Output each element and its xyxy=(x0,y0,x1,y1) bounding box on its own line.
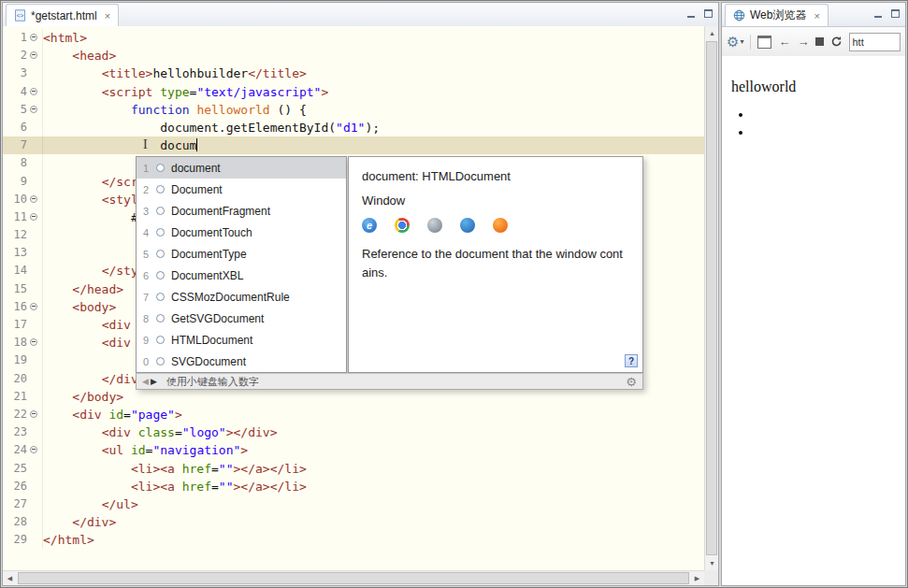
fold-gutter xyxy=(27,460,43,478)
scroll-right-icon[interactable]: ▶ xyxy=(690,571,704,585)
help-icon[interactable]: ? xyxy=(625,354,638,367)
settings-button[interactable]: ⚙ ▾ xyxy=(727,34,743,50)
code-line[interactable]: 4 <script type="text/javascript"> xyxy=(3,83,704,101)
token-plain xyxy=(43,66,102,80)
gear-icon[interactable]: ⚙ xyxy=(626,375,637,389)
minimize-button[interactable] xyxy=(873,8,884,19)
token-plain: = xyxy=(211,480,219,494)
collapse-icon xyxy=(30,446,37,453)
completion-item[interactable]: 5DocumentType xyxy=(137,243,346,265)
fold-toggle[interactable] xyxy=(27,208,43,226)
line-number: 15 xyxy=(3,280,27,298)
fold-toggle[interactable] xyxy=(27,83,43,101)
fold-toggle[interactable] xyxy=(27,441,43,459)
fold-toggle[interactable] xyxy=(27,101,43,119)
code-line[interactable]: 21 </body> xyxy=(3,388,704,406)
completion-item[interactable]: 6DocumentXBL xyxy=(137,265,346,286)
token-tag: </head> xyxy=(72,282,123,296)
code-text: <head> xyxy=(43,47,704,65)
close-icon[interactable]: × xyxy=(814,10,819,22)
fold-toggle[interactable] xyxy=(27,298,43,316)
tab-getstart-html[interactable]: <> *getstart.html × xyxy=(6,4,119,26)
code-line[interactable]: 5 function helloworld () { xyxy=(3,101,704,119)
maximize-button[interactable] xyxy=(703,8,713,19)
horizontal-scrollbar[interactable]: ◀ ▶ xyxy=(3,570,704,585)
item-shortcut: 3 xyxy=(140,206,151,217)
token-plain xyxy=(43,300,72,314)
code-line[interactable]: 3 <title>hellohbuilder</title> xyxy=(3,65,704,82)
token-plain: () { xyxy=(277,103,306,117)
scroll-down-icon[interactable]: ▼ xyxy=(705,556,719,570)
item-label: DocumentFragment xyxy=(171,205,270,218)
code-line[interactable]: 7 docum xyxy=(3,136,704,154)
line-number: 18 xyxy=(3,334,27,351)
fold-gutter xyxy=(27,316,43,334)
fold-toggle[interactable] xyxy=(27,406,43,423)
page-right-icon[interactable]: ▶ xyxy=(151,377,157,386)
token-plain xyxy=(43,85,102,99)
token-string: "page" xyxy=(131,408,175,422)
page-left-icon[interactable]: ◀ xyxy=(142,377,149,386)
line-number: 27 xyxy=(3,495,27,513)
code-line[interactable]: 6 document.getElementById("d1"); xyxy=(3,119,704,136)
minimize-button[interactable] xyxy=(686,8,697,19)
code-line[interactable]: 28 </div> xyxy=(3,513,704,531)
vertical-scroll-thumb[interactable] xyxy=(706,41,717,555)
item-label: document xyxy=(171,162,221,175)
line-number: 17 xyxy=(3,316,27,334)
fold-toggle[interactable] xyxy=(27,334,43,351)
token-plain xyxy=(43,497,102,511)
code-text: <html> xyxy=(43,29,704,47)
code-line[interactable]: 27 </ul> xyxy=(3,495,704,513)
token-keyword: function xyxy=(131,103,196,117)
firefox-icon xyxy=(493,218,508,233)
tab-web-browser[interactable]: Web浏览器 × xyxy=(725,4,829,26)
code-line[interactable]: 1<html> xyxy=(3,29,704,47)
web-browser-panel: Web浏览器 × ⚙ ▾ ← → helloworld xyxy=(721,2,906,586)
back-button[interactable]: ← xyxy=(778,35,790,49)
collapse-icon xyxy=(30,410,37,418)
doc-subtitle: Window xyxy=(362,194,629,208)
line-number: 26 xyxy=(3,478,27,495)
code-text: <title>hellohbuilder</title> xyxy=(43,65,704,82)
refresh-icon xyxy=(830,36,843,48)
token-string: "text/javascript" xyxy=(196,85,321,99)
token-plain: = xyxy=(123,408,131,422)
completion-item[interactable]: 9HTMLDocument xyxy=(137,329,346,351)
url-input[interactable] xyxy=(849,33,901,51)
vertical-scrollbar[interactable]: ▲ ▼ xyxy=(704,26,718,570)
refresh-button[interactable] xyxy=(830,36,843,48)
line-number: 28 xyxy=(3,513,27,531)
completion-item[interactable]: 0SVGDocument xyxy=(137,351,346,372)
completion-item[interactable]: 2Document xyxy=(137,179,346,200)
horizontal-scroll-thumb[interactable] xyxy=(18,572,689,584)
completion-item[interactable]: 7CSSMozDocumentRule xyxy=(137,286,346,308)
token-tag: <script xyxy=(102,85,161,99)
token-plain xyxy=(43,193,102,207)
scroll-left-icon[interactable]: ◀ xyxy=(3,571,17,585)
code-line[interactable]: 25 <li><a href=""></a></li> xyxy=(3,460,704,478)
stop-button[interactable] xyxy=(815,37,824,46)
item-shortcut: 7 xyxy=(140,292,151,303)
code-line[interactable]: 29</html> xyxy=(3,531,704,549)
forward-button[interactable]: → xyxy=(797,35,809,49)
completion-item[interactable]: 1document xyxy=(137,157,346,179)
fold-toggle[interactable] xyxy=(27,29,43,47)
completion-item[interactable]: 8GetSVGDocument xyxy=(137,308,346,329)
external-browser-button[interactable] xyxy=(757,36,771,49)
code-line[interactable]: 2 <head> xyxy=(3,47,704,65)
scroll-up-icon[interactable]: ▲ xyxy=(705,26,719,40)
fold-toggle[interactable] xyxy=(27,47,43,65)
completion-item[interactable]: 3DocumentFragment xyxy=(137,200,346,222)
token-function_name: helloworld xyxy=(196,103,277,117)
maximize-button[interactable] xyxy=(890,8,901,19)
close-icon[interactable]: × xyxy=(105,10,110,22)
code-line[interactable]: 22 <div id="page"> xyxy=(3,406,704,423)
code-line[interactable]: 23 <div class="logo"></div> xyxy=(3,423,704,441)
code-text: <div class="logo"></div> xyxy=(43,423,704,441)
token-tag: </html> xyxy=(43,533,94,547)
code-line[interactable]: 24 <ul id="navigation"> xyxy=(3,441,704,459)
code-line[interactable]: 26 <li><a href=""></a></li> xyxy=(3,478,704,495)
completion-item[interactable]: 4DocumentTouch xyxy=(137,222,346,243)
fold-toggle[interactable] xyxy=(27,191,43,208)
